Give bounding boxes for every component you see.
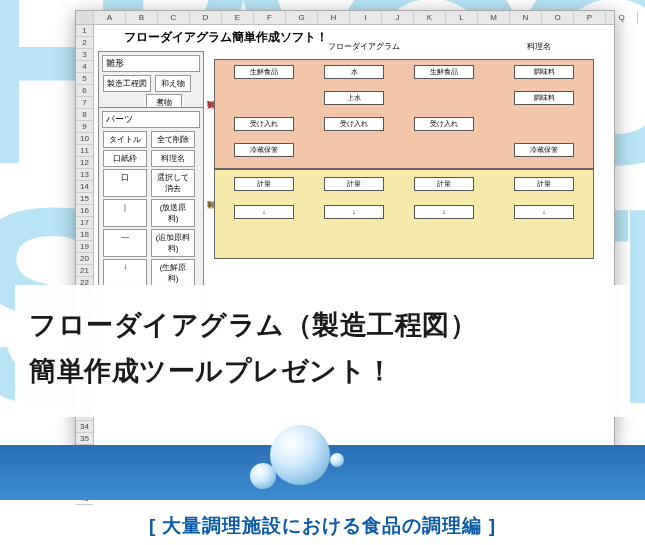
flow-node[interactable]: 冷蔵保管 [234,143,294,157]
parts-button[interactable]: 選択して消去 [151,169,195,197]
parts-button[interactable]: (放送原料) [151,199,195,227]
panel2-title: パーツ [102,111,200,128]
parts-button[interactable]: (生鮮原料) [151,259,195,287]
flow-node[interactable]: 冷蔵保管 [514,143,574,157]
col-header-cell[interactable]: A [94,11,126,24]
flow-node[interactable]: 計量 [414,177,474,191]
row-header-cell[interactable]: 17 [76,217,93,229]
flow-node[interactable]: 計量 [324,177,384,191]
col-header-cell[interactable]: M [478,11,510,24]
parts-button[interactable]: 口紙枠 [103,150,147,167]
row-header-cell[interactable]: 34 [76,421,93,433]
col-header-cell[interactable]: F [254,11,286,24]
col-header-cell[interactable]: Q [606,11,638,24]
headline-overlay: フローダイアグラム（製造工程図） 簡単作成ツールプレゼント！ [15,285,630,417]
col-header-cell[interactable]: G [286,11,318,24]
flow-node[interactable]: 受け入れ [234,117,294,131]
flow-node[interactable]: 受け入れ [324,117,384,131]
water-bubble [330,453,344,467]
row-header-cell[interactable]: 12 [76,157,93,169]
row-header-cell[interactable]: 7 [76,97,93,109]
flow-node[interactable]: 生鮮食品 [234,65,294,79]
row-header-cell[interactable]: 4 [76,61,93,73]
parts-button[interactable]: 料理名 [151,150,195,167]
row-header-cell[interactable]: 5 [76,73,93,85]
col-header-cell[interactable]: N [510,11,542,24]
footer-tagline-wrap: [ 大量調理施設における食品の調理編 ] [0,513,645,539]
water-bubble [270,425,330,485]
col-header-cell[interactable]: H [318,11,350,24]
column-headers: ABCDEFGHIJKLMNOPQ [76,11,614,25]
col-header-cell[interactable]: O [542,11,574,24]
row-header-cell[interactable]: 1 [76,25,93,37]
col-header-cell[interactable]: J [382,11,414,24]
sheet-title: フローダイアグラム簡単作成ソフト！ [124,29,328,46]
flow-node[interactable]: 調味料 [514,65,574,79]
parts-button[interactable]: ｜ [103,199,147,227]
col-header-cell[interactable]: B [126,11,158,24]
diagram-col-header: フローダイアグラム [324,41,404,54]
diagram-col-header: 料理名 [514,41,564,54]
row-header-cell[interactable]: 6 [76,85,93,97]
headline-line1: フローダイアグラム（製造工程図） [29,310,477,340]
row-header-cell[interactable]: 8 [76,109,93,121]
btn-aemono[interactable]: 和え物 [155,75,191,92]
headline-text: フローダイアグラム（製造工程図） 簡単作成ツールプレゼント！ [29,303,616,395]
flow-node[interactable]: 生鮮食品 [414,65,474,79]
row-header-cell[interactable]: 15 [76,193,93,205]
row-header-cell[interactable]: 20 [76,253,93,265]
row-header-cell[interactable]: 16 [76,205,93,217]
row-header-cell[interactable]: 2 [76,37,93,49]
zone-yellow-label: 準清浄区域 [205,212,215,216]
row-header-cell[interactable]: 11 [76,145,93,157]
col-header-cell[interactable] [76,11,94,24]
parts-button[interactable]: — [103,229,147,257]
flow-node[interactable]: 水 [324,65,384,79]
flow-node[interactable]: ↓ [324,205,384,219]
panel1-title: 雛形 [102,55,200,72]
flow-node[interactable]: ↓ [234,205,294,219]
row-header-cell[interactable]: 13 [76,169,93,181]
parts-button[interactable]: (追加原料料) [151,229,195,257]
col-header-cell[interactable]: L [446,11,478,24]
row-header-cell[interactable]: 10 [76,133,93,145]
row-header-cell[interactable]: 9 [76,121,93,133]
btn-mfg-process[interactable]: 製造工程図 [103,75,151,92]
flow-node[interactable]: ↓ [414,205,474,219]
col-header-cell[interactable]: C [158,11,190,24]
parts-button[interactable]: タイトル [103,131,147,148]
col-header-cell[interactable]: I [350,11,382,24]
footer-tagline: [ 大量調理施設における食品の調理編 ] [149,515,496,536]
row-header-cell[interactable]: 3 [76,49,93,61]
flow-node[interactable]: 上水 [324,91,384,105]
flow-node[interactable]: ↓ [514,205,574,219]
col-header-cell[interactable]: P [574,11,606,24]
flow-node[interactable]: 調味料 [514,91,574,105]
parts-button[interactable]: 口 [103,169,147,197]
parts-button[interactable]: ↓ [103,259,147,287]
flow-node[interactable]: 受け入れ [414,117,474,131]
zone-pink-label: 汚染区域 [205,112,215,116]
col-header-cell[interactable]: K [414,11,446,24]
flow-node[interactable]: 計量 [234,177,294,191]
blue-band [0,445,645,500]
col-header-cell[interactable]: E [222,11,254,24]
water-bubble [250,463,276,489]
row-header-cell[interactable]: 14 [76,181,93,193]
headline-line2: 簡単作成ツールプレゼント！ [29,356,394,386]
flow-node[interactable]: 計量 [514,177,574,191]
row-header-cell[interactable]: 19 [76,241,93,253]
row-header-cell[interactable]: 21 [76,265,93,277]
row-header-cell[interactable]: 18 [76,229,93,241]
row-header-cell[interactable]: 35 [76,433,93,445]
col-header-cell[interactable]: D [190,11,222,24]
parts-button[interactable]: 全て削除 [151,131,195,148]
